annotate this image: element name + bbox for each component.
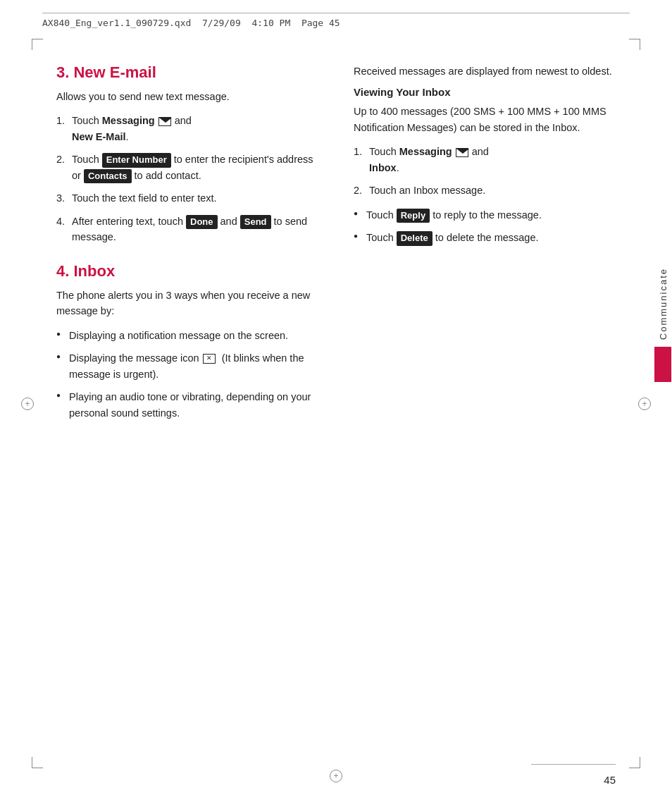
reg-mark-bottom [330,770,342,782]
step-3-1: 1. Touch Messaging andNew E-Mail. [56,113,318,144]
delete-btn: Delete [397,231,433,245]
header-filename: AX840_Eng_ver1.1_090729.qxd 7/29/09 4:10… [42,18,340,28]
inbox-step-2: 2. Touch an Inbox message. [354,183,616,198]
reg-mark-right [638,398,651,410]
step-text-2: Touch Enter Number to enter the recipien… [72,152,318,183]
inbox-step-text-2: Touch an Inbox message. [369,183,616,198]
contacts-btn: Contacts [84,169,132,183]
step-text-4: After entering text, touch Done and Send… [72,214,318,245]
step-num-3: 3. [56,190,69,206]
section-3-title: 3. New E-mail [56,63,318,82]
step-text-3: Touch the text field to enter text. [72,190,318,206]
inbox-step-num-1: 1. [354,144,366,175]
sidebar-text: Communicate [658,268,668,340]
inbox-steps: 1. Touch Messaging andInbox. 2. Touch an… [354,144,616,198]
inbox-desc: Up to 400 messages (200 SMS + 100 MMS + … [354,104,616,135]
step-num-1: 1. [56,113,69,144]
msg-x-icon [203,354,216,364]
bullet-4-1: Displaying a notification message on the… [56,328,318,343]
step-num-4: 4. [56,214,69,245]
step-3-3: 3. Touch the text field to enter text. [56,190,318,206]
sidebar-label: Communicate [654,268,672,382]
page-number: 45 [604,774,616,786]
footer-line [531,764,616,765]
header-bar: AX840_Eng_ver1.1_090729.qxd 7/29/09 4:10… [42,13,630,28]
right-column: Received messages are displayed from new… [347,63,616,751]
section-4: 4. Inbox The phone alerts you in 3 ways … [56,262,318,421]
step-3-2: 2. Touch Enter Number to enter the recip… [56,152,318,183]
left-column: 3. New E-mail Allows you to send new tex… [56,63,325,751]
section-4-bullets: Displaying a notification message on the… [56,328,318,421]
send-btn: Send [240,215,271,229]
bullet-4-2: Displaying the message icon (It blinks w… [56,350,318,382]
corner-mark-tl [32,39,43,50]
step-3-4: 4. After entering text, touch Done and S… [56,214,318,245]
main-content: 3. New E-mail Allows you to send new tex… [56,63,616,751]
viewing-inbox-title: Viewing Your Inbox [354,86,616,98]
inbox-bullet-delete: Touch Delete to delete the message. [354,230,616,245]
inbox-action-bullets: Touch Reply to reply to the message. Tou… [354,207,616,246]
reg-mark-left [21,398,34,410]
inbox-step-1: 1. Touch Messaging andInbox. [354,144,616,175]
section-3-desc: Allows you to send new text message. [56,89,318,104]
step-text-1: Touch Messaging andNew E-Mail. [72,113,318,144]
enter-number-btn: Enter Number [102,153,171,167]
inbox-step-text-1: Touch Messaging andInbox. [369,144,616,175]
done-btn: Done [186,215,218,229]
bullet-4-3: Playing an audio tone or vibrating, depe… [56,389,318,421]
step-num-2: 2. [56,152,69,183]
page-container: AX840_Eng_ver1.1_090729.qxd 7/29/09 4:10… [0,0,672,807]
sidebar-bar [654,347,671,382]
envelope-icon-2 [456,148,468,157]
inbox-step-num-2: 2. [354,183,366,198]
received-text: Received messages are displayed from new… [354,63,616,79]
envelope-icon-1 [158,117,171,126]
corner-mark-bl [32,757,43,768]
section-3: 3. New E-mail Allows you to send new tex… [56,63,318,245]
reply-btn: Reply [397,209,430,223]
inbox-bullet-reply: Touch Reply to reply to the message. [354,207,616,223]
section-4-title: 4. Inbox [56,262,318,281]
section-3-steps: 1. Touch Messaging andNew E-Mail. 2. [56,113,318,245]
corner-mark-br [629,757,640,768]
corner-mark-tr [629,39,640,50]
two-column-layout: 3. New E-mail Allows you to send new tex… [56,63,616,751]
section-4-desc: The phone alerts you in 3 ways when you … [56,288,318,319]
